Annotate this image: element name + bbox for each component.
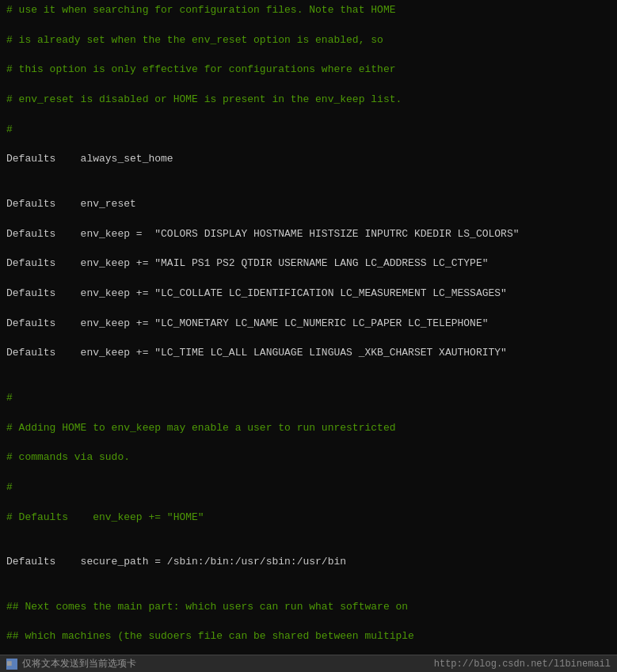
status-left: ■ 仅将文本发送到当前选项卡 bbox=[6, 657, 136, 670]
line-11: Defaults env_keep += "LC_MONETARY LC_NAM… bbox=[6, 317, 611, 332]
line-15: # Adding HOME to env_keep may enable a u… bbox=[6, 421, 611, 436]
line-0: # use it when searching for configuratio… bbox=[6, 3, 611, 18]
status-text: 仅将文本发送到当前选项卡 bbox=[22, 657, 136, 670]
line-7: Defaults env_reset bbox=[6, 197, 611, 212]
line-9: Defaults env_keep += "MAIL PS1 PS2 QTDIR… bbox=[6, 256, 611, 271]
line-18: # Defaults env_keep += "HOME" bbox=[6, 511, 611, 526]
line-23: ## which machines (the sudoers file can … bbox=[6, 629, 611, 644]
line-2: # this option is only effective for conf… bbox=[6, 63, 611, 78]
line-12: Defaults env_keep += "LC_TIME LC_ALL LAN… bbox=[6, 346, 611, 361]
line-8: Defaults env_keep = "COLORS DISPLAY HOST… bbox=[6, 227, 611, 242]
line-17: # bbox=[6, 480, 611, 495]
line-20: Defaults secure_path = /sbin:/bin:/usr/s… bbox=[6, 555, 611, 570]
line-4: # bbox=[6, 123, 611, 138]
line-10: Defaults env_keep += "LC_COLLATE LC_IDEN… bbox=[6, 287, 611, 302]
status-bar: ■ 仅将文本发送到当前选项卡 http://blog.csdn.net/l1bi… bbox=[0, 655, 617, 672]
line-3: # env_reset is disabled or HOME is prese… bbox=[6, 93, 611, 108]
line-16: # commands via sudo. bbox=[6, 450, 611, 465]
terminal-window: # use it when searching for configuratio… bbox=[0, 0, 617, 672]
line-5: Defaults always_set_home bbox=[6, 152, 611, 167]
status-icon: ■ bbox=[6, 659, 17, 670]
line-22: ## Next comes the main part: which users… bbox=[6, 600, 611, 615]
code-content: # use it when searching for configuratio… bbox=[0, 0, 617, 655]
line-1: # is already set when the the env_reset … bbox=[6, 33, 611, 48]
status-url: http://blog.csdn.net/l1binemail bbox=[434, 659, 611, 670]
line-14: # bbox=[6, 391, 611, 406]
